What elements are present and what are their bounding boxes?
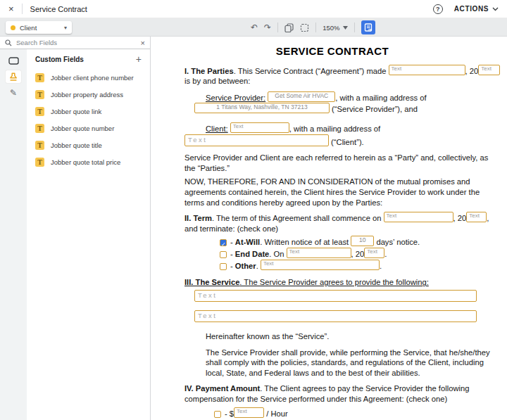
parties-clause: I. The Parties. This Service Contract (“… [184,65,494,87]
text-field-tool[interactable] [6,54,21,67]
provider-name-field[interactable]: Get Some Air HVAC [268,91,335,102]
search-bar: × [0,37,150,49]
field-label: Jobber quote total price [51,158,120,166]
field-label: Jobber property address [51,91,123,98]
payment-clause: IV. Payment Amount. The Client agrees to… [184,383,494,404]
text-field-icon: T [35,73,44,82]
field-type-color-dot [11,25,15,30]
document-settings-button[interactable] [361,20,375,34]
field-label: Jobber client phone number [51,74,134,82]
service-clause: III. The Service. The Service Provider a… [184,277,494,288]
service-text-field-1[interactable]: Text [194,290,477,302]
divider [354,23,355,32]
actions-label: ACTIONS [454,5,489,13]
divider [277,23,278,32]
hourly-rate-field[interactable]: Text [234,407,264,418]
client-name-field[interactable]: Text [230,122,289,133]
commence-date-field[interactable]: Text [384,212,453,222]
divider [315,23,316,32]
caret-down-icon [343,26,348,30]
text-field-icon: T [35,107,44,116]
add-field-button[interactable]: + [136,54,142,64]
end-date-field[interactable]: Text [287,248,351,258]
hourly-checkbox[interactable] [214,411,221,418]
list-item[interactable]: T Jobber quote total price [35,153,142,170]
document-title: Service Contract [30,5,87,13]
field-type-selected: Client [20,24,60,32]
undo-button[interactable]: ↶ [251,23,258,32]
other-term-checkbox[interactable] [220,263,227,270]
comply-clause: The Service Provider shall provide, whil… [206,348,494,378]
referred-clause: Service Provider and Client are each ref… [184,153,494,173]
document-icon [364,23,373,32]
chevron-down-icon [492,7,499,11]
term-clause: II. Term. The term of this Agreement sha… [184,212,494,234]
copy-icon [284,23,294,32]
stamp-tool[interactable] [6,70,21,83]
text-field-icon: T [35,141,44,150]
toolbar: Client ▾ ↶ ↷ 150% [0,18,507,37]
paste-icon [300,23,309,32]
section-title: Custom Fields [35,56,84,63]
topbar-right: ? ACTIONS [433,4,499,14]
commence-year-field[interactable]: Text [466,212,487,222]
option-at-will: - At-Will. Written notice of at least 10… [220,236,494,248]
option-hourly: - $Text / Hour [214,407,494,420]
zoom-level: 150% [323,24,339,32]
notice-days-field[interactable]: 10 [351,236,374,246]
option-other-term: - Other. Text. [220,260,494,272]
service-known-clause: Hereinafter known as the “Service”. [206,331,494,342]
copy-button[interactable] [284,23,294,32]
document-page: SERVICE CONTRACT I. The Parties. This Se… [184,45,494,420]
end-year-field[interactable]: Text [364,248,384,258]
paste-button[interactable] [300,23,309,32]
custom-fields-header: Custom Fields + [35,53,142,65]
made-date-field[interactable]: Text [389,65,465,75]
fields-sidebar: × ✎ Custom Fields + T Jobber client phon… [0,37,151,420]
contract-title: SERVICE CONTRACT [184,46,480,57]
text-field-tool-icon [8,57,19,65]
toolbar-center: ↶ ↷ 150% [251,18,375,37]
custom-fields-panel: Custom Fields + T Jobber client phone nu… [27,49,150,420]
service-text-field-2[interactable]: Text [194,310,477,322]
service-provider-block: Service Provider: Get Some Air HVAC, wit… [206,91,494,115]
text-field-icon: T [35,158,44,167]
list-item[interactable]: T Jobber quote title [35,136,142,153]
list-item[interactable]: T Jobber quote number [35,120,142,136]
draw-tool[interactable]: ✎ [6,87,21,99]
pencil-icon: ✎ [10,88,17,98]
field-label: Jobber quote title [51,141,102,149]
text-field-icon: T [35,124,44,133]
at-will-checkbox[interactable] [220,239,227,246]
client-address-field[interactable]: Text [184,134,329,146]
consideration-clause: NOW, THEREFORE, FOR AND IN CONSIDERATION… [184,177,494,208]
other-term-field[interactable]: Text [261,260,380,270]
divider [22,4,23,14]
payment-options: - $Text / Hour - $Text / per Job. A “Job… [184,407,494,420]
top-bar: × Service Contract ? ACTIONS [0,0,507,18]
document-canvas[interactable]: SERVICE CONTRACT I. The Parties. This Se… [151,37,507,420]
caret-down-icon: ▾ [64,25,67,31]
clear-search-icon[interactable]: × [141,39,145,47]
client-block: Client: Text, with a mailing address of … [184,122,494,147]
stamp-tool-icon [8,72,18,82]
field-type-dropdown[interactable]: Client ▾ [6,21,72,34]
term-options: - At-Will. Written notice of at least 10… [184,236,494,272]
close-icon[interactable]: × [8,4,14,13]
actions-menu-button[interactable]: ACTIONS [454,5,499,13]
tool-strip: ✎ [0,49,27,420]
search-icon [5,39,12,46]
end-date-checkbox[interactable] [220,251,227,258]
list-item[interactable]: T Jobber property address [35,86,142,103]
help-icon[interactable]: ? [433,4,443,14]
list-item[interactable]: T Jobber quote link [35,103,142,120]
option-end-date: - End Date. On Text, 20Text. [220,248,494,260]
zoom-control[interactable]: 150% [323,24,348,32]
list-item[interactable]: T Jobber client phone number [35,69,142,86]
field-label: Jobber quote link [51,108,101,115]
redo-button[interactable]: ↷ [264,23,271,32]
provider-address-field[interactable]: 1 Titans Way, Nashville, TN 37213 [194,103,330,113]
service-line-1: Text [194,290,494,303]
made-year-field[interactable]: Text [478,65,500,75]
search-input[interactable] [16,39,137,46]
